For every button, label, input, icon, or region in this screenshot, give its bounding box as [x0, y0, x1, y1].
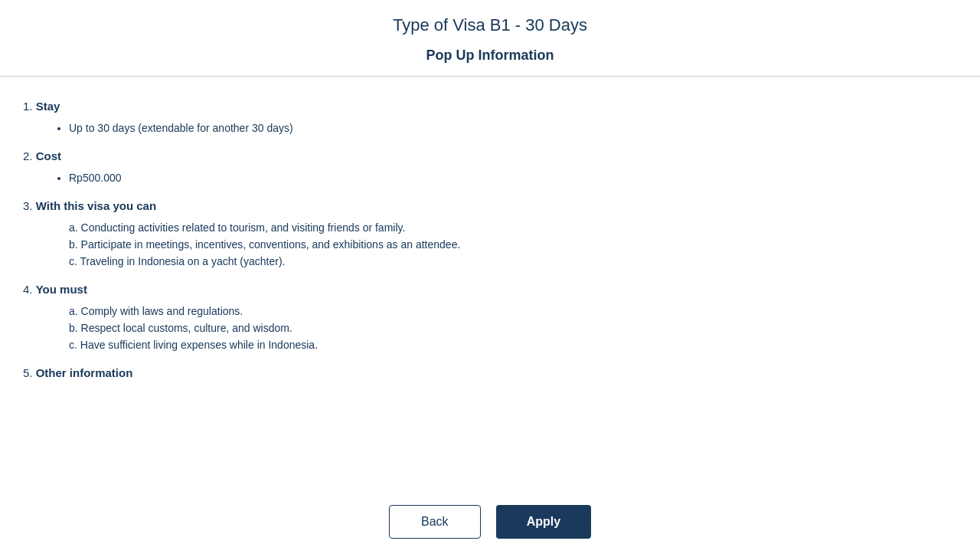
- list-item: a. Conducting activities related to tour…: [69, 221, 957, 234]
- visa-title: Type of Visa B1 - 30 Days: [31, 15, 949, 35]
- section-other-info-number: 5.: [23, 366, 36, 379]
- section-cost-label: Cost: [36, 149, 61, 162]
- section-other-info: 5. Other information: [23, 366, 957, 379]
- section-other-info-title: 5. Other information: [23, 366, 957, 379]
- section-stay: 1. Stay Up to 30 days (extendable for an…: [23, 100, 957, 134]
- section-you-must-number: 4.: [23, 283, 36, 296]
- list-item: c. Have sufficient living expenses while…: [69, 339, 957, 351]
- page-container: Type of Visa B1 - 30 Days Pop Up Informa…: [0, 0, 980, 554]
- section-stay-title: 1. Stay: [23, 100, 957, 113]
- section-other-info-label: Other information: [36, 366, 133, 379]
- section-cost-title: 2. Cost: [23, 149, 957, 162]
- section-you-must-label: You must: [36, 283, 87, 296]
- header-section: Type of Visa B1 - 30 Days Pop Up Informa…: [0, 0, 980, 76]
- list-item: Up to 30 days (extendable for another 30…: [69, 122, 957, 134]
- section-cost-list: Rp500.000: [23, 172, 957, 184]
- section-visa-activities-list: a. Conducting activities related to tour…: [23, 221, 957, 267]
- section-cost: 2. Cost Rp500.000: [23, 149, 957, 184]
- section-stay-number: 1.: [23, 100, 36, 113]
- section-visa-activities-label: With this visa you can: [36, 199, 156, 212]
- section-visa-activities-title: 3. With this visa you can: [23, 199, 957, 212]
- list-item: c. Traveling in Indonesia on a yacht (ya…: [69, 255, 957, 267]
- popup-info-title: Pop Up Information: [31, 48, 949, 64]
- footer-buttons: Back Apply: [0, 493, 980, 554]
- section-stay-list: Up to 30 days (extendable for another 30…: [23, 122, 957, 134]
- back-button[interactable]: Back: [389, 505, 481, 539]
- content-section: 1. Stay Up to 30 days (extendable for an…: [0, 92, 980, 554]
- apply-button[interactable]: Apply: [496, 505, 591, 539]
- section-cost-number: 2.: [23, 149, 36, 162]
- section-you-must-list: a. Comply with laws and regulations. b. …: [23, 305, 957, 351]
- list-item: b. Participate in meetings, incentives, …: [69, 238, 957, 251]
- section-you-must: 4. You must a. Comply with laws and regu…: [23, 283, 957, 351]
- section-visa-activities-number: 3.: [23, 199, 36, 212]
- header-divider: [0, 76, 980, 77]
- list-item: b. Respect local customs, culture, and w…: [69, 322, 957, 334]
- list-item: Rp500.000: [69, 172, 957, 184]
- section-you-must-title: 4. You must: [23, 283, 957, 296]
- section-visa-activities: 3. With this visa you can a. Conducting …: [23, 199, 957, 267]
- list-item: a. Comply with laws and regulations.: [69, 305, 957, 317]
- section-stay-label: Stay: [36, 100, 60, 113]
